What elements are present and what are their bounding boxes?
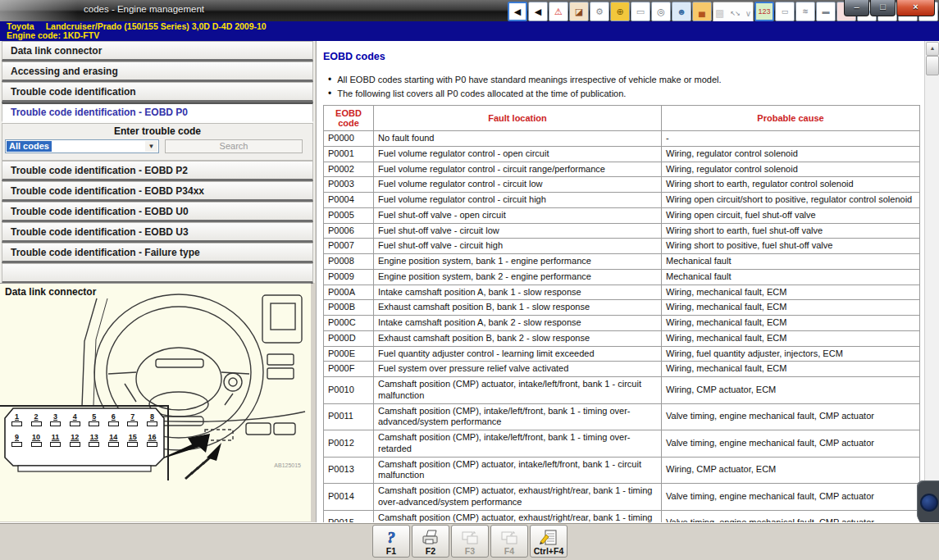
sidebar-item[interactable]: Trouble code identification - Failure ty…	[2, 243, 313, 263]
column-header-fault-location: Fault location	[374, 106, 662, 131]
trouble-code-combobox[interactable]: All codes ▼	[5, 139, 159, 153]
cell-fault-location: Exhaust camshaft position B, bank 1 - sl…	[374, 300, 662, 316]
mouse-icon[interactable]: ▭	[631, 2, 650, 21]
bullet-item: The following list covers all P0 codes a…	[328, 88, 722, 99]
cell-fault-location: Camshaft position (CMP), intake/left/fro…	[374, 403, 662, 430]
connector-pin: 1	[11, 413, 22, 426]
cell-probable-cause: Wiring, regulator control solenoid	[662, 146, 920, 162]
combobox-dropdown-icon[interactable]: ▼	[145, 141, 157, 152]
cell-probable-cause: Wiring short to earth, regulator control…	[662, 177, 920, 193]
door-panel-icon[interactable]: ▭	[775, 2, 795, 21]
cell-probable-cause: Wiring, mechanical fault, ECM	[662, 285, 920, 300]
diagram-watermark: AB125015	[274, 462, 301, 468]
sidebar-item[interactable]: Accessing and erasing	[2, 61, 313, 82]
table-row: P000D Exhaust camshaft position B, bank …	[324, 330, 920, 346]
cell-code: P000F	[324, 362, 374, 377]
eobd-codes-table: EOBD code Fault location Probable cause …	[323, 105, 920, 523]
scrollbar-thumb[interactable]	[926, 56, 939, 75]
vehicle-header: ToyotaLandcruiser/Prado (150/155 Series)…	[0, 21, 939, 41]
table-row: P0014 Camshaft position (CMP) actuator, …	[324, 484, 920, 511]
sidebar-item[interactable]: Trouble code identification - EOBD U3	[2, 222, 313, 243]
notes-button[interactable]: Ctrl+F4	[530, 525, 568, 558]
cell-fault-location: Exhaust camshaft position B, bank 2 - sl…	[374, 330, 662, 346]
cell-fault-location: Fuel volume regulator control - circuit …	[374, 162, 662, 177]
maximize-button[interactable]: □	[870, 0, 896, 16]
sidebar-item[interactable]: Trouble code identification - EOBD U0	[2, 202, 313, 222]
users-icon[interactable]: ☻	[672, 2, 691, 21]
car-icon[interactable]: ▬	[816, 2, 836, 21]
first-page-icon[interactable]: ◀	[508, 2, 527, 21]
cell-code: P0011	[324, 403, 374, 430]
note-pencil-icon	[539, 529, 558, 547]
cell-probable-cause: Wiring short to earth, fuel shut-off val…	[662, 223, 920, 239]
table-row: P0005 Fuel shut-off valve - open circuit…	[324, 207, 920, 223]
cell-probable-cause: Wiring, mechanical fault, ECM	[662, 300, 920, 316]
landscape-icon[interactable]: ▄	[692, 2, 712, 21]
diagram-title: Data link connector	[5, 286, 96, 298]
cell-fault-location: Fuel volume regulator control - circuit …	[374, 177, 662, 193]
cell-probable-cause: Valve timing, engine mechanical fault, C…	[662, 430, 920, 458]
sidebar-item[interactable]: Trouble code identification - EOBD P34xx	[2, 181, 313, 202]
cell-fault-location: Fuel system over pressure relief valve a…	[374, 362, 662, 377]
cell-code: P000E	[324, 346, 374, 362]
table-row: P000B Exhaust camshaft position B, bank …	[324, 300, 920, 316]
cell-code: P0010	[324, 377, 374, 404]
connector-pin: 3	[50, 413, 61, 426]
data-link-connector-diagram: Data link connector 12345678 91011121314…	[0, 283, 311, 521]
steering-wheel-icon[interactable]: ◎	[651, 2, 671, 21]
cell-probable-cause: Wiring, mechanical fault, ECM	[662, 362, 920, 377]
connector-pin: 4	[70, 413, 80, 426]
globe-icon[interactable]: ⊕	[610, 2, 630, 21]
cell-probable-cause: Wiring, mechanical fault, ECM	[662, 330, 920, 346]
connector-pin: 13	[89, 434, 99, 447]
cell-probable-cause: Mechanical fault	[662, 254, 920, 270]
warning-triangle-icon[interactable]: ⚠	[549, 2, 568, 21]
sidebar-item[interactable]: Trouble code identification	[2, 82, 313, 102]
cell-fault-location: Intake camshaft position A, bank 1 - slo…	[374, 285, 662, 300]
images-icon	[460, 529, 480, 547]
function-key-bar: ? F1 F2 F3	[0, 522, 939, 560]
minimize-button[interactable]: –	[844, 0, 869, 16]
wrench-icon[interactable]: ≋	[795, 2, 815, 21]
scroll-up-button[interactable]: ▲	[926, 42, 939, 56]
sidebar-item[interactable]: Trouble code identification - EOBD P0	[2, 102, 313, 123]
image-prev-button[interactable]: F3	[451, 525, 489, 558]
sidebar-item[interactable]: Data link connector	[2, 41, 313, 61]
sidebar-item[interactable]	[2, 263, 313, 284]
sidebar-item[interactable]: Trouble code identification - EOBD P2	[2, 161, 313, 181]
combobox-value: All codes	[7, 141, 52, 152]
search-button[interactable]: Search	[165, 139, 303, 153]
cell-fault-location: Camshaft position (CMP) actuator, intake…	[374, 457, 662, 484]
image-next-button[interactable]: F4	[490, 525, 528, 558]
table-row: P0012 Camshaft position (CMP), intake/le…	[324, 430, 920, 458]
content-scrollbar[interactable]: ▲ ▼	[924, 41, 939, 523]
close-button[interactable]: ×	[896, 0, 935, 16]
connector-pin: 14	[108, 434, 119, 447]
connector-pin: 12	[70, 434, 80, 447]
cell-fault-location: Camshaft position (CMP) actuator, exhaus…	[374, 510, 662, 523]
grid-icon: ▩	[715, 7, 724, 19]
table-row: P0010 Camshaft position (CMP) actuator, …	[324, 377, 920, 404]
image-icon[interactable]: ◪	[569, 2, 589, 21]
counter-123-icon[interactable]: 123	[754, 2, 774, 21]
cell-probable-cause: Wiring, regulator control solenoid	[662, 162, 920, 177]
back-icon[interactable]: ◀	[528, 2, 548, 21]
tools-icon[interactable]: ⚙	[590, 2, 609, 21]
cell-code: P000D	[324, 330, 374, 346]
cell-probable-cause: Wiring, fuel quantity adjuster, injector…	[662, 346, 920, 362]
print-button[interactable]: F2	[412, 525, 449, 558]
cell-code: P0013	[324, 457, 374, 484]
intro-bullets: All EOBD codes starting with P0 have sta…	[328, 74, 722, 102]
connector-pins-top: 12345678	[11, 413, 157, 426]
bullet-item: All EOBD codes starting with P0 have sta…	[328, 74, 722, 85]
cell-code: P0002	[324, 162, 374, 177]
column-header-probable-cause: Probable cause	[662, 106, 920, 131]
table-row: P000A Intake camshaft position A, bank 1…	[324, 285, 920, 300]
table-row: P0015 Camshaft position (CMP) actuator, …	[324, 510, 920, 523]
connector-pin: 11	[50, 434, 61, 447]
dock-handle[interactable]	[917, 480, 939, 526]
cell-fault-location: Engine position system, bank 1 - engine …	[374, 254, 662, 270]
connector-pins-bottom: 910111213141516	[11, 434, 157, 447]
title-bar: codes - Engine management ◀◀⚠◪⚙⊕▭◎☻▄ ▩ ↖…	[0, 0, 939, 22]
help-button[interactable]: ? F1	[372, 525, 410, 558]
